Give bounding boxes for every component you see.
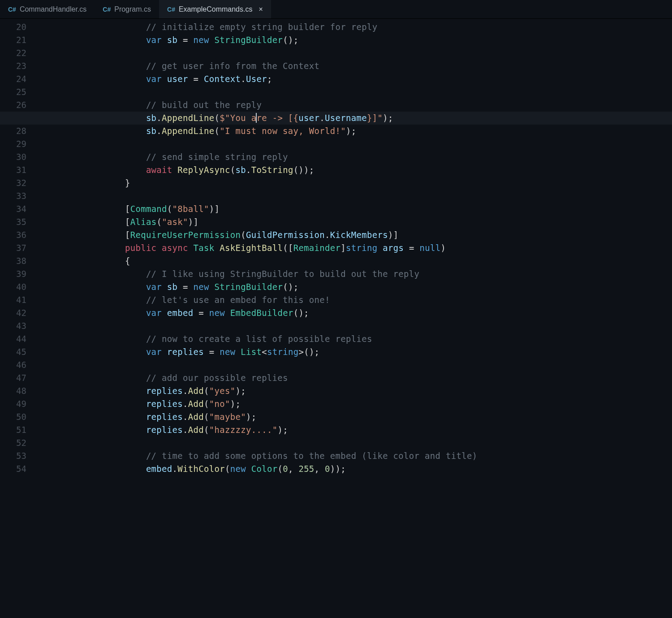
tab-commandhandler-cs[interactable]: C#CommandHandler.cs — [0, 0, 95, 18]
line-number: 31 — [0, 164, 34, 177]
line-number: 46 — [0, 359, 34, 372]
code-line[interactable] — [83, 359, 672, 372]
code-line[interactable]: // let's use an embed for this one! — [83, 294, 672, 307]
line-number: 34 — [0, 203, 34, 216]
code-line[interactable]: public async Task AskEightBall([Remainde… — [83, 242, 672, 255]
code-line[interactable]: // send simple string reply — [83, 151, 672, 164]
code-line[interactable]: var sb = new StringBuilder(); — [83, 34, 672, 47]
line-number: 36 — [0, 229, 34, 242]
code-line[interactable] — [83, 320, 672, 333]
code-line[interactable] — [83, 86, 672, 99]
code-line[interactable]: replies.Add("no"); — [83, 398, 672, 411]
csharp-file-icon: C# — [103, 6, 111, 13]
code-line[interactable]: embed.WithColor(new Color(0, 255, 0)); — [83, 462, 672, 475]
code-line[interactable]: // time to add some options to the embed… — [83, 449, 672, 462]
line-number: 29 — [0, 138, 34, 151]
line-number: 30 — [0, 151, 34, 164]
line-number: 33 — [0, 190, 34, 203]
line-number: 41 — [0, 294, 34, 307]
code-line[interactable]: [Command("8ball")] — [83, 203, 672, 216]
code-line[interactable] — [83, 138, 672, 151]
code-line[interactable]: // I like using StringBuilder to build o… — [83, 268, 672, 281]
line-number: 28 — [0, 125, 34, 138]
code-line[interactable]: var user = Context.User; — [83, 73, 672, 86]
code-line[interactable]: replies.Add("maybe"); — [83, 411, 672, 424]
line-number: 22 — [0, 47, 34, 60]
tab-label: Program.cs — [114, 5, 151, 13]
code-line[interactable]: { — [83, 255, 672, 268]
code-line[interactable]: replies.Add("yes"); — [83, 385, 672, 398]
line-number: 51 — [0, 424, 34, 436]
code-line[interactable]: var embed = new EmbedBuilder(); — [83, 307, 672, 320]
csharp-file-icon: C# — [8, 6, 16, 13]
code-line[interactable]: // initialize empty string builder for r… — [83, 21, 672, 34]
line-number: 40 — [0, 281, 34, 294]
code-line[interactable] — [83, 190, 672, 203]
line-number: 43 — [0, 320, 34, 333]
line-number-gutter: 2021222324252627282930313233343536373839… — [0, 19, 34, 618]
line-number: 32 — [0, 177, 34, 190]
line-number: 42 — [0, 307, 34, 320]
line-number: 39 — [0, 268, 34, 281]
line-number: 44 — [0, 333, 34, 346]
code-line[interactable]: sb.AppendLine($"You are -> [{user.Userna… — [83, 112, 672, 125]
close-icon[interactable]: × — [258, 5, 263, 13]
code-line[interactable]: } — [83, 177, 672, 190]
line-number: 53 — [0, 449, 34, 462]
code-line[interactable]: var sb = new StringBuilder(); — [83, 281, 672, 294]
line-number: 25 — [0, 86, 34, 99]
tab-program-cs[interactable]: C#Program.cs — [95, 0, 159, 18]
tab-label: CommandHandler.cs — [20, 5, 86, 13]
line-number: 50 — [0, 411, 34, 424]
line-number: 45 — [0, 346, 34, 359]
code-line[interactable]: var replies = new List<string>(); — [83, 346, 672, 359]
line-number: 35 — [0, 216, 34, 229]
code-line[interactable]: [Alias("ask")] — [83, 216, 672, 229]
line-number: 48 — [0, 385, 34, 398]
code-line[interactable]: // build out the reply — [83, 99, 672, 112]
line-number: 23 — [0, 60, 34, 73]
code-line[interactable]: // get user info from the Context — [83, 60, 672, 73]
code-line[interactable] — [83, 47, 672, 60]
tab-bar: C#CommandHandler.csC#Program.csC#Example… — [0, 0, 672, 19]
line-number: 38 — [0, 255, 34, 268]
code-line[interactable]: replies.Add("hazzzzy...."); — [83, 424, 672, 436]
code-line[interactable]: // add our possible replies — [83, 372, 672, 385]
code-line[interactable]: sb.AppendLine("I must now say, World!"); — [83, 125, 672, 138]
glyph-margin: 💡 — [34, 19, 47, 618]
code-line[interactable] — [83, 436, 672, 449]
line-number: 21 — [0, 34, 34, 47]
csharp-file-icon: C# — [167, 6, 175, 13]
fold-margin — [47, 19, 83, 618]
line-number: 37 — [0, 242, 34, 255]
code-line[interactable]: // now to create a list of possible repl… — [83, 333, 672, 346]
tab-examplecommands-cs[interactable]: C#ExampleCommands.cs× — [159, 0, 271, 18]
line-number: 24 — [0, 73, 34, 86]
code-editor[interactable]: 2021222324252627282930313233343536373839… — [0, 19, 672, 618]
line-number: 47 — [0, 372, 34, 385]
line-number: 49 — [0, 398, 34, 411]
line-number: 52 — [0, 436, 34, 449]
line-number: 54 — [0, 462, 34, 475]
code-line[interactable]: [RequireUserPermission(GuildPermission.K… — [83, 229, 672, 242]
code-line[interactable]: await ReplyAsync(sb.ToString()); — [83, 164, 672, 177]
tab-label: ExampleCommands.cs — [179, 5, 253, 13]
line-number: 26 — [0, 99, 34, 112]
line-number: 20 — [0, 21, 34, 34]
code-area[interactable]: // initialize empty string builder for r… — [83, 19, 672, 618]
text-cursor — [256, 113, 257, 123]
